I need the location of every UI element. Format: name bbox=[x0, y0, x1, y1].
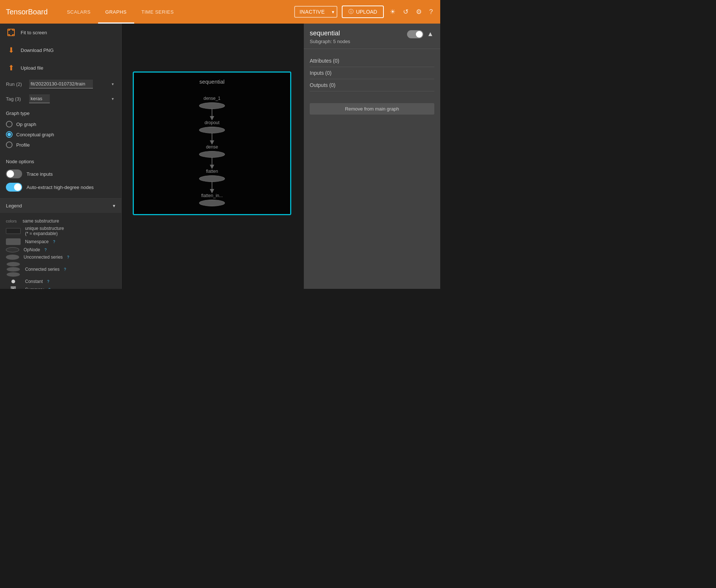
legend-header[interactable]: Legend ▾ bbox=[0, 199, 121, 213]
right-panel-body: Attributes (0) Inputs (0) Outputs (0) bbox=[304, 49, 440, 97]
namespace-swatch bbox=[6, 238, 21, 245]
legend-same-substructure: same substructure bbox=[22, 218, 59, 224]
run-select-wrapper[interactable]: fit/20220130-010732/train bbox=[29, 80, 115, 88]
legend-expandable-label: (* = expandable) bbox=[25, 231, 64, 236]
download-png-action[interactable]: ⬇ Download PNG bbox=[0, 41, 121, 59]
node-dense-1-ellipse bbox=[199, 102, 225, 109]
auto-extract-toggle[interactable] bbox=[6, 183, 22, 192]
auto-extract-row: Auto-extract high-degree nodes bbox=[6, 181, 115, 194]
trace-inputs-row: Trace inputs bbox=[6, 167, 115, 181]
main-layout: Fit to screen ⬇ Download PNG ⬆ Upload fi… bbox=[0, 24, 440, 289]
download-icon: ⬇ bbox=[6, 45, 16, 55]
radio-profile[interactable]: Profile bbox=[6, 140, 115, 150]
status-select[interactable]: INACTIVE bbox=[294, 6, 337, 18]
node-flatten-in[interactable]: flatten_in... bbox=[199, 193, 225, 206]
radio-op-graph-label: Op graph bbox=[16, 122, 36, 127]
sequential-box-title: sequential bbox=[199, 78, 225, 85]
trace-inputs-toggle[interactable] bbox=[6, 169, 22, 178]
tab-graphs[interactable]: GRAPHS bbox=[98, 0, 134, 24]
tag-row: Tag (3) keras bbox=[0, 91, 121, 106]
run-row: Run (2) fit/20220130-010732/train bbox=[0, 77, 121, 91]
graph-type-title: Graph type bbox=[0, 106, 121, 119]
node-dense[interactable]: dense bbox=[199, 144, 225, 158]
auto-extract-label: Auto-extract high-degree nodes bbox=[27, 185, 94, 190]
trace-inputs-knob bbox=[7, 170, 14, 178]
upload-file-label: Upload file bbox=[21, 65, 43, 71]
radio-op-graph[interactable]: Op graph bbox=[6, 119, 115, 129]
node-dense-label: dense bbox=[206, 144, 218, 150]
status-select-wrapper[interactable]: INACTIVE bbox=[294, 6, 337, 18]
right-panel-title: sequential bbox=[310, 29, 350, 37]
inputs-row: Inputs (0) bbox=[310, 67, 434, 79]
panel-toggle[interactable] bbox=[407, 30, 423, 38]
legend-summary-row: Summary ? bbox=[6, 285, 115, 289]
run-label: Run (2) bbox=[6, 81, 26, 87]
node-options-title: Node options bbox=[6, 159, 115, 167]
node-options-section: Node options Trace inputs Auto-extract h… bbox=[0, 154, 121, 199]
connected-swatch bbox=[6, 262, 21, 277]
fit-to-screen-action[interactable]: Fit to screen bbox=[0, 24, 121, 41]
node-flatten-in-label: flatten_in... bbox=[201, 193, 223, 198]
radio-conceptual-graph-label: Conceptual graph bbox=[16, 132, 54, 137]
legend-unconnected-label: Unconnected series bbox=[24, 255, 63, 260]
opnode-swatch bbox=[6, 247, 19, 252]
legend-namespace-label: Namespace bbox=[25, 239, 49, 244]
fit-to-screen-label: Fit to screen bbox=[21, 30, 47, 35]
radio-conceptual-graph[interactable]: Conceptual graph bbox=[6, 129, 115, 140]
radio-profile-circle bbox=[6, 141, 13, 148]
legend-constant-label: Constant bbox=[25, 279, 43, 284]
info-icon: ⓘ bbox=[348, 8, 354, 15]
legend-connected-row: Connected series ? bbox=[6, 261, 115, 278]
node-flatten-label: flatten bbox=[206, 169, 218, 174]
theme-button[interactable]: ☀ bbox=[388, 6, 397, 17]
node-flatten[interactable]: flatten bbox=[199, 169, 225, 182]
legend-connected-label: Connected series bbox=[25, 267, 59, 272]
legend-summary-label: Summary bbox=[25, 287, 44, 289]
refresh-button[interactable]: ↺ bbox=[402, 6, 410, 17]
constant-help-icon: ? bbox=[47, 280, 49, 284]
arrow-2 bbox=[208, 133, 216, 144]
node-flatten-in-ellipse bbox=[199, 200, 225, 206]
topnav: TensorBoard SCALARS GRAPHS TIME SERIES I… bbox=[0, 0, 440, 24]
download-png-label: Download PNG bbox=[21, 48, 54, 53]
tab-scalars[interactable]: SCALARS bbox=[59, 0, 98, 24]
right-panel-title-block: sequential Subgraph: 5 nodes bbox=[310, 29, 350, 44]
radio-op-graph-circle bbox=[6, 121, 13, 127]
legend-namespace-row: Namespace ? bbox=[6, 237, 115, 246]
upload-button[interactable]: ⓘ UPLOAD bbox=[342, 6, 384, 18]
remove-from-main-graph-button[interactable]: Remove from main graph bbox=[310, 103, 434, 115]
node-dense-ellipse bbox=[199, 151, 225, 158]
settings-button[interactable]: ⚙ bbox=[414, 6, 423, 17]
tag-label: Tag (3) bbox=[6, 96, 26, 102]
legend-opnode-label: OpNode bbox=[24, 247, 40, 252]
right-panel: sequential Subgraph: 5 nodes ▲ Attribute… bbox=[304, 24, 440, 289]
help-button[interactable]: ? bbox=[428, 7, 434, 17]
legend-constant-row: Constant ? bbox=[6, 278, 115, 285]
unconnected-swatch bbox=[6, 255, 19, 260]
upload-file-action[interactable]: ⬆ Upload file bbox=[0, 59, 121, 77]
graph-nodes: dense_1 dropout bbox=[199, 96, 225, 206]
arrow-1 bbox=[208, 109, 216, 120]
node-dense-1[interactable]: dense_1 bbox=[199, 96, 225, 109]
constant-swatch bbox=[11, 280, 15, 283]
legend-colors-label: colors bbox=[6, 219, 17, 223]
run-select[interactable]: fit/20220130-010732/train bbox=[29, 80, 93, 88]
tag-select[interactable]: keras bbox=[29, 94, 50, 103]
tag-select-wrapper[interactable]: keras bbox=[29, 94, 115, 103]
node-dropout[interactable]: dropout bbox=[199, 120, 225, 133]
attributes-row: Attributes (0) bbox=[310, 55, 434, 67]
radio-conceptual-graph-circle bbox=[6, 131, 13, 138]
node-dropout-label: dropout bbox=[205, 120, 220, 125]
node-dropout-ellipse bbox=[199, 127, 225, 133]
graph-area[interactable]: sequential dense_1 dropout bbox=[122, 24, 440, 289]
legend-body: colors same substructure unique substruc… bbox=[0, 213, 121, 289]
sequential-box[interactable]: sequential dense_1 dropout bbox=[133, 71, 291, 215]
node-dense-1-label: dense_1 bbox=[204, 96, 220, 101]
tab-time-series[interactable]: TIME SERIES bbox=[134, 0, 181, 24]
arrow-3 bbox=[208, 158, 216, 169]
legend-unconnected-row: Unconnected series ? bbox=[6, 253, 115, 261]
collapse-button[interactable]: ▲ bbox=[426, 29, 434, 39]
summary-help-icon: ? bbox=[48, 288, 51, 289]
legend-opnode-row: OpNode ? bbox=[6, 246, 115, 253]
legend-chevron-icon: ▾ bbox=[113, 203, 115, 209]
